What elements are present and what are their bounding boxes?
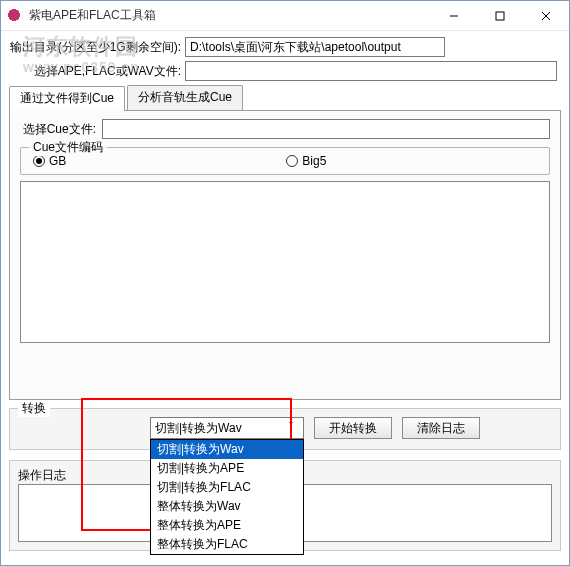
encoding-legend: Cue文件编码 bbox=[29, 139, 107, 156]
dropdown-option[interactable]: 切割|转换为FLAC bbox=[151, 478, 303, 497]
close-button[interactable] bbox=[523, 1, 569, 31]
client-area: 输出目录(分区至少1G剩余空间): 选择APE,FLAC或WAV文件: 通过文件… bbox=[1, 31, 569, 559]
convert-select-value: 切割|转换为Wav bbox=[155, 420, 242, 437]
select-file-row: 选择APE,FLAC或WAV文件: bbox=[9, 61, 561, 81]
radio-dot-icon bbox=[33, 155, 45, 167]
tab-cue-by-file[interactable]: 通过文件得到Cue bbox=[9, 86, 125, 111]
select-file-label: 选择APE,FLAC或WAV文件: bbox=[9, 63, 185, 80]
select-file-input[interactable] bbox=[185, 61, 557, 81]
start-convert-button[interactable]: 开始转换 bbox=[314, 417, 392, 439]
titlebar: 紫电APE和FLAC工具箱 bbox=[1, 1, 569, 31]
convert-controls-row: 切割|转换为Wav ˅ 切割|转换为Wav 切割|转换为APE 切割|转换为FL… bbox=[20, 417, 550, 439]
radio-big5-label: Big5 bbox=[302, 154, 326, 168]
maximize-button[interactable] bbox=[477, 1, 523, 31]
tab-strip: 通过文件得到Cue 分析音轨生成Cue bbox=[9, 85, 561, 110]
clear-log-button[interactable]: 清除日志 bbox=[402, 417, 480, 439]
cue-select-label: 选择Cue文件: bbox=[20, 121, 102, 138]
convert-select-wrap: 切割|转换为Wav ˅ 切割|转换为Wav 切割|转换为APE 切割|转换为FL… bbox=[150, 417, 304, 439]
svg-rect-1 bbox=[496, 12, 504, 20]
dropdown-option[interactable]: 整体转换为Wav bbox=[151, 497, 303, 516]
convert-section-title: 转换 bbox=[18, 400, 50, 417]
radio-big5[interactable]: Big5 bbox=[286, 154, 326, 168]
encoding-fieldset: Cue文件编码 GB Big5 bbox=[20, 147, 550, 175]
convert-dropdown[interactable]: 切割|转换为Wav 切割|转换为APE 切割|转换为FLAC 整体转换为Wav … bbox=[150, 439, 304, 555]
encoding-radios: GB Big5 bbox=[33, 154, 537, 168]
app-icon bbox=[7, 8, 23, 24]
cue-select-input[interactable] bbox=[102, 119, 550, 139]
minimize-button[interactable] bbox=[431, 1, 477, 31]
radio-dot-icon bbox=[286, 155, 298, 167]
tab-page: 选择Cue文件: Cue文件编码 GB Big5 bbox=[9, 110, 561, 400]
chevron-down-icon: ˅ bbox=[283, 421, 299, 435]
window-title: 紫电APE和FLAC工具箱 bbox=[29, 7, 431, 24]
tab-control: 通过文件得到Cue 分析音轨生成Cue 选择Cue文件: Cue文件编码 GB bbox=[9, 85, 561, 400]
dropdown-option[interactable]: 整体转换为APE bbox=[151, 516, 303, 535]
tab-cue-by-track[interactable]: 分析音轨生成Cue bbox=[127, 85, 243, 110]
radio-gb[interactable]: GB bbox=[33, 154, 66, 168]
cue-select-row: 选择Cue文件: bbox=[20, 119, 550, 139]
dropdown-option[interactable]: 切割|转换为APE bbox=[151, 459, 303, 478]
app-window: 紫电APE和FLAC工具箱 河东软件园 www.pc0359.cn 输出目录(分… bbox=[0, 0, 570, 566]
track-list-box[interactable] bbox=[20, 181, 550, 343]
dropdown-option[interactable]: 整体转换为FLAC bbox=[151, 535, 303, 554]
convert-select[interactable]: 切割|转换为Wav ˅ bbox=[150, 417, 304, 439]
dropdown-option[interactable]: 切割|转换为Wav bbox=[151, 440, 303, 459]
output-dir-row: 输出目录(分区至少1G剩余空间): bbox=[9, 37, 561, 57]
radio-gb-label: GB bbox=[49, 154, 66, 168]
output-dir-label: 输出目录(分区至少1G剩余空间): bbox=[9, 39, 185, 56]
convert-section: 转换 切割|转换为Wav ˅ 切割|转换为Wav 切割|转换为APE 切割|转换… bbox=[9, 408, 561, 450]
output-dir-input[interactable] bbox=[185, 37, 445, 57]
